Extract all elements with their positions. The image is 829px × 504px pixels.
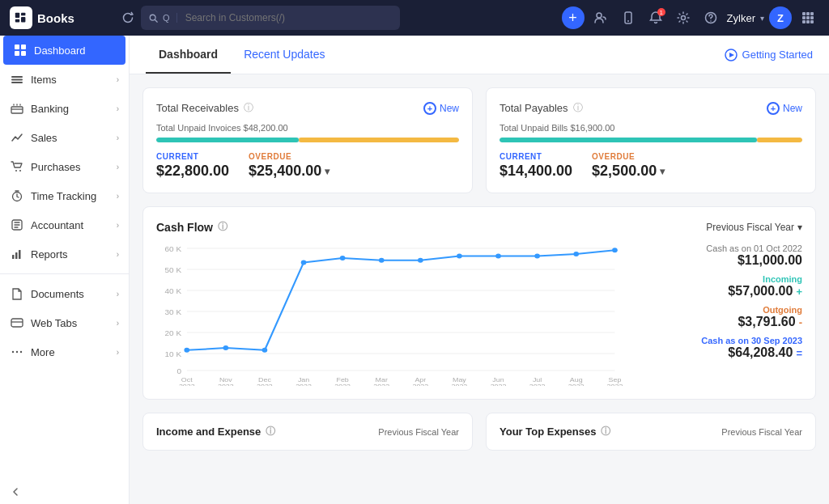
banking-chevron: › [117, 104, 119, 113]
apps-icon-btn[interactable] [797, 6, 819, 29]
sidebar-item-dashboard[interactable]: Dashboard [3, 36, 125, 65]
search-filter-label[interactable]: Q [163, 13, 177, 23]
svg-text:2023: 2023 [452, 382, 468, 386]
sidebar-item-accountant[interactable]: Accountant › [0, 210, 129, 239]
help-icon-btn[interactable] [699, 6, 722, 29]
sidebar-item-time-tracking[interactable]: Time Tracking › [0, 181, 129, 210]
svg-rect-28 [11, 107, 23, 113]
sales-icon [10, 130, 24, 145]
cashflow-info-icon[interactable]: ⓘ [218, 220, 227, 234]
payables-new-btn[interactable]: + New [767, 102, 802, 115]
purchases-icon [10, 159, 24, 174]
tab-dashboard[interactable]: Dashboard [146, 36, 231, 74]
svg-text:2022: 2022 [295, 382, 312, 386]
tabs: Dashboard Recent Updates [146, 36, 338, 74]
top-expenses-info-icon[interactable]: ⓘ [601, 425, 610, 438]
svg-point-30 [19, 170, 21, 172]
sidebar-item-documents[interactable]: Documents › [0, 279, 129, 308]
svg-point-29 [15, 170, 17, 172]
payables-overdue-label: OVERDUE [592, 152, 665, 161]
svg-rect-13 [806, 12, 810, 15]
sidebar-item-items-label: Items [31, 74, 57, 86]
summary-cards-row: Total Receivables ⓘ + New Total Unpaid I… [142, 87, 816, 193]
svg-point-58 [262, 348, 268, 353]
notification-icon-btn[interactable]: 1 [644, 6, 667, 29]
cashflow-side-panel: Cash as on 01 Oct 2022 $11,000.00 Incomi… [673, 240, 802, 386]
svg-point-63 [457, 253, 462, 258]
tab-recent-updates[interactable]: Recent Updates [231, 36, 338, 74]
payables-amounts: CURRENT $14,400.00 OVERDUE $2,500.00 ▾ [500, 152, 802, 180]
sidebar-item-purchases[interactable]: Purchases › [0, 152, 129, 181]
svg-rect-2 [21, 17, 25, 22]
user-menu[interactable]: Zylker ▾ Z [727, 6, 792, 29]
getting-started-btn[interactable]: Getting Started [725, 49, 813, 61]
receivables-title: Total Receivables ⓘ [156, 101, 253, 115]
cash-end-item: Cash as on 30 Sep 2023 $64,208.40 = [673, 336, 802, 360]
cashflow-title: Cash Flow ⓘ [156, 220, 227, 234]
time-tracking-chevron: › [117, 192, 119, 201]
receivables-current-label: CURRENT [156, 152, 229, 161]
svg-marker-41 [729, 53, 734, 57]
svg-rect-36 [11, 319, 23, 327]
add-button[interactable]: + [562, 6, 585, 29]
payables-sub-label: Total Unpaid Bills $16,900.00 [500, 123, 802, 133]
reports-chevron: › [117, 250, 119, 259]
incoming-label: Incoming [673, 274, 802, 284]
payables-progress-bar [500, 138, 802, 142]
svg-rect-19 [806, 20, 810, 23]
items-chevron: › [117, 75, 119, 84]
sidebar-item-banking[interactable]: Banking › [0, 94, 129, 123]
banking-icon [10, 101, 24, 116]
svg-point-37 [12, 351, 14, 353]
topnav: Books Q + 1 Zylker ▾ Z [0, 0, 829, 36]
payables-info-icon[interactable]: ⓘ [573, 101, 583, 115]
svg-rect-17 [810, 16, 814, 19]
payables-overdue-block: OVERDUE $2,500.00 ▾ [592, 152, 665, 180]
cash-end-label: Cash as on 30 Sep 2023 [673, 336, 802, 345]
documents-icon [10, 286, 24, 301]
sidebar-item-sales[interactable]: Sales › [0, 123, 129, 152]
svg-point-66 [573, 252, 579, 256]
svg-text:2022: 2022 [373, 382, 389, 386]
more-icon [10, 345, 24, 359]
svg-rect-0 [15, 13, 19, 18]
receivables-new-btn[interactable]: + New [423, 102, 459, 115]
sidebar-item-documents-label: Documents [31, 288, 84, 300]
receivables-sub-label: Total Unpaid Invoices $48,200.00 [156, 123, 459, 133]
reports-icon [10, 247, 24, 261]
search-input[interactable] [185, 12, 392, 23]
incoming-item: Incoming $57,000.00 + [673, 274, 802, 299]
receivables-overdue-block: OVERDUE $25,400.00 ▾ [249, 152, 329, 180]
receivables-info-icon[interactable]: ⓘ [244, 101, 253, 115]
cashflow-period-btn[interactable]: Previous Fiscal Year ▾ [706, 222, 802, 233]
sidebar-item-web-tabs[interactable]: Web Tabs › [0, 308, 129, 337]
settings-icon-btn[interactable] [672, 6, 695, 29]
receivables-progress-bar [156, 138, 459, 142]
time-tracking-icon [10, 188, 24, 203]
payables-current-label: CURRENT [500, 152, 572, 161]
svg-rect-22 [21, 44, 26, 49]
receivables-overdue-value: $25,400.00 ▾ [249, 163, 329, 180]
sidebar-item-items[interactable]: Items › [0, 65, 129, 94]
sidebar: Dashboard Items › Banking › Sales › [0, 36, 130, 504]
page-header: Dashboard Recent Updates Getting Started [130, 36, 829, 74]
income-expense-info-icon[interactable]: ⓘ [266, 425, 275, 438]
svg-rect-25 [11, 76, 23, 78]
receivables-overdue-caret[interactable]: ▾ [325, 166, 329, 177]
svg-rect-35 [19, 250, 21, 259]
svg-rect-34 [15, 252, 18, 259]
payables-title: Total Payables ⓘ [500, 101, 583, 115]
svg-rect-26 [11, 79, 23, 81]
payables-overdue-caret[interactable]: ▾ [660, 166, 665, 177]
phone-icon-btn[interactable] [617, 6, 640, 29]
receivables-amounts: CURRENT $22,800.00 OVERDUE $25,400.00 ▾ [156, 152, 459, 180]
refresh-button[interactable] [121, 11, 134, 24]
contacts-icon-btn[interactable] [589, 6, 612, 29]
sidebar-item-sales-label: Sales [31, 132, 57, 144]
sidebar-collapse-btn[interactable] [0, 480, 129, 504]
search-icon [149, 13, 158, 23]
receivables-current-block: CURRENT $22,800.00 [156, 152, 229, 180]
sidebar-item-reports-label: Reports [31, 248, 68, 260]
sidebar-item-more[interactable]: More › [0, 337, 129, 366]
sidebar-item-reports[interactable]: Reports › [0, 239, 129, 269]
